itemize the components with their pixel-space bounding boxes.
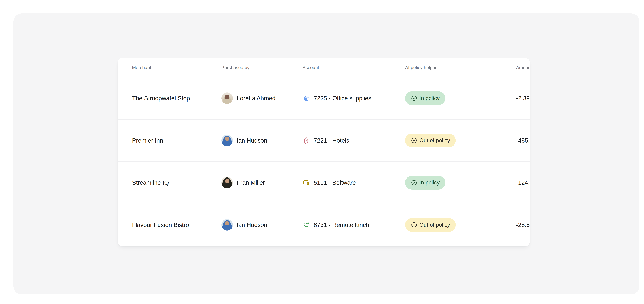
policy-badge[interactable]: Out of policy bbox=[405, 134, 456, 147]
table-row[interactable]: Flavour Fusion Bistro Ian Hudson 8731 - … bbox=[118, 204, 530, 246]
account-label: 7221 - Hotels bbox=[314, 137, 349, 144]
basket-icon bbox=[302, 94, 310, 102]
purchaser-name: Ian Hudson bbox=[237, 221, 267, 228]
table-row[interactable]: Streamline IQ Fran Miller 5191 - Softwar… bbox=[118, 161, 530, 204]
account-cell: 8731 - Remote lunch bbox=[302, 221, 405, 229]
policy-cell: Out of policy bbox=[405, 218, 516, 232]
account-cell: 7225 - Office supplies bbox=[302, 94, 405, 102]
purchaser-name: Fran Miller bbox=[237, 179, 265, 186]
account-cell: 5191 - Software bbox=[302, 179, 405, 186]
user-avatar bbox=[222, 177, 233, 188]
account-cell: 7221 - Hotels bbox=[302, 137, 405, 144]
page-background-card: Merchant Purchased by Account AI policy … bbox=[13, 13, 640, 294]
account-label: 5191 - Software bbox=[314, 179, 356, 186]
minus-circle-icon bbox=[411, 137, 417, 144]
luggage-icon bbox=[302, 137, 310, 144]
amount-value: -124.65 GBP bbox=[516, 179, 530, 186]
column-header-ai-policy-helper: AI policy helper bbox=[405, 65, 516, 70]
amount-value: -2.39 GBP bbox=[516, 95, 530, 102]
purchaser-name: Ian Hudson bbox=[237, 137, 267, 144]
check-circle-icon bbox=[411, 179, 417, 186]
table-header: Merchant Purchased by Account AI policy … bbox=[118, 58, 530, 77]
policy-label: In policy bbox=[420, 180, 440, 186]
user-avatar bbox=[222, 135, 233, 146]
merchant-name: Flavour Fusion Bistro bbox=[132, 221, 222, 228]
purchased-by-cell: Ian Hudson bbox=[222, 219, 302, 231]
user-avatar bbox=[222, 93, 233, 104]
column-header-amount: Amount bbox=[516, 65, 530, 70]
purchaser-name: Loretta Ahmed bbox=[237, 95, 276, 102]
purchased-by-cell: Ian Hudson bbox=[222, 135, 302, 146]
minus-circle-icon bbox=[411, 222, 417, 228]
policy-label: Out of policy bbox=[420, 137, 450, 144]
policy-badge[interactable]: Out of policy bbox=[405, 218, 456, 232]
column-header-account: Account bbox=[302, 65, 405, 70]
merchant-name: Streamline IQ bbox=[132, 179, 222, 186]
purchased-by-cell: Fran Miller bbox=[222, 177, 302, 188]
app-canvas: Merchant Purchased by Account AI policy … bbox=[0, 0, 644, 304]
amount-value: -28.53 GBP bbox=[516, 221, 530, 228]
policy-badge[interactable]: In policy bbox=[405, 176, 445, 190]
policy-cell: Out of policy bbox=[405, 134, 516, 147]
laptop-icon bbox=[302, 179, 310, 186]
merchant-name: Premier Inn bbox=[132, 137, 222, 144]
column-header-merchant: Merchant bbox=[132, 65, 222, 70]
table-row[interactable]: Premier Inn Ian Hudson 7221 - Hotels Out… bbox=[118, 119, 530, 161]
table-row[interactable]: The Stroopwafel Stop Loretta Ahmed 7225 … bbox=[118, 77, 530, 119]
merchant-name: The Stroopwafel Stop bbox=[132, 95, 222, 102]
policy-cell: In policy bbox=[405, 176, 516, 190]
account-label: 8731 - Remote lunch bbox=[314, 221, 369, 228]
purchased-by-cell: Loretta Ahmed bbox=[222, 93, 302, 104]
bowl-icon bbox=[302, 221, 310, 229]
column-header-purchased-by: Purchased by bbox=[222, 65, 302, 70]
amount-value: -485.39 GBP bbox=[516, 137, 530, 144]
policy-badge[interactable]: In policy bbox=[405, 91, 445, 105]
policy-label: Out of policy bbox=[420, 222, 450, 228]
policy-cell: In policy bbox=[405, 91, 516, 105]
account-label: 7225 - Office supplies bbox=[314, 95, 371, 102]
user-avatar bbox=[222, 219, 233, 231]
expenses-table: Merchant Purchased by Account AI policy … bbox=[118, 58, 530, 246]
check-circle-icon bbox=[411, 95, 417, 102]
policy-label: In policy bbox=[420, 95, 440, 101]
